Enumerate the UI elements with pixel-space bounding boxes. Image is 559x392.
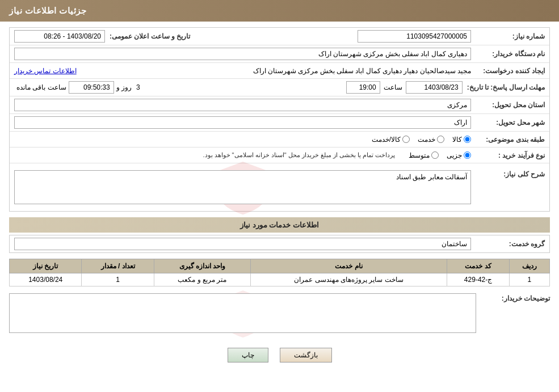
remaining-value: 09:50:33 [83,83,110,91]
col-unit: واحد اندازه گیری [154,259,250,273]
send-time-value: 19:00 [359,83,376,91]
purchase-jozii-item: جزیی [447,151,471,159]
cell-unit: متر مربع و مکعب [154,273,250,286]
need-number-value-box: 1103095427000005 [358,30,471,43]
remaining-label: ساعت باقی مانده [14,83,69,91]
city-value: اراک [454,119,467,127]
need-desc-container: آسفالت معابر طبق اسناد [14,168,471,206]
buyer-desc-row: توضیحات خریدار: [9,291,550,335]
table-header-row: ردیف کد خدمت نام خدمت واحد اندازه گیری ت… [10,259,550,273]
category-khadamat-label: خدمت [418,136,435,144]
category-kala-radio[interactable] [464,136,471,143]
need-desc-label: شرح کلی نیاز: [471,168,545,178]
buyer-desc-container [9,291,476,335]
col-count: تعداد / مقدار [82,259,154,273]
need-desc-value: آسفالت معابر طبق اسناد [15,171,470,183]
cell-count: 1 [82,273,154,286]
purchase-note: پرداخت تمام یا بخشی از مبلغ خریداز محل "… [203,151,395,159]
form-section: شماره نیاز: 1103095427000005 تاریخ و ساع… [9,27,550,212]
cell-code: ج-42-429 [447,273,510,286]
purchase-type-label: نوع فرآیند خرید : [471,151,545,159]
back-button[interactable]: بازگشت [280,348,332,363]
buyer-desc-value-box[interactable] [9,293,476,333]
purchase-type-radio-group: جزیی متوسط پرداخت تمام یا بخشی از مبلغ خ… [14,151,471,159]
send-days-value: 3 [134,83,142,91]
creator-label: ایجاد کننده درخواست: [471,67,545,75]
category-both-radio[interactable] [402,136,410,143]
table-row: 1ج-42-429ساخت سایر پروژه‌های مهندسی عمرا… [10,273,550,286]
need-number-value: 1103095427000005 [406,32,467,40]
purchase-jozii-label: جزیی [447,151,462,159]
col-name: نام خدمت [251,259,447,273]
province-row: استان محل تحویل: مرکزی [10,96,549,114]
city-row: شهر محل تحویل: اراک [10,114,549,132]
city-value-box: اراک [14,116,471,129]
creator-value: مجید سیدصالحیان دهیار دهیاری کمال اباد س… [77,67,471,75]
services-section-header: اطلاعات خدمات مورد نیاز [9,217,550,233]
creator-row: ایجاد کننده درخواست: مجید سیدصالحیان دهی… [10,63,549,79]
page-wrapper: جزئیات اطلاعات نیاز شماره نیاز: 11030954… [0,0,559,392]
buyer-name-value-box: دهیاری کمال اباد سفلی بخش مرکزی شهرستان … [14,48,471,60]
purchase-jozii-radio[interactable] [464,151,471,159]
cell-date: 1403/08/24 [10,273,82,286]
category-label: طبقه بندی موضوعی: [471,136,545,144]
announce-date-value-box: 1403/08/20 - 08:26 [14,30,105,43]
buyer-desc-label: توضیحات خریدار: [476,291,550,302]
button-row: بازگشت چاپ [9,341,550,369]
print-button[interactable]: چاپ [228,348,268,363]
send-date-value: 1403/08/23 [424,83,459,91]
send-time-label: ساعت [380,83,406,91]
purchase-motevasset-label: متوسط [409,151,430,159]
purchase-type-row: نوع فرآیند خرید : جزیی متوسط پرداخت تمام… [10,147,549,163]
contact-link[interactable]: اطلاعات تماس خریدار [14,67,77,75]
send-date-row: مهلت ارسال پاسخ: تا تاریخ: 1403/08/23 سا… [10,79,549,96]
service-group-value: ساختمان [442,240,467,248]
service-group-value-box: ساختمان [14,238,471,250]
services-table: ردیف کد خدمت نام خدمت واحد اندازه گیری ت… [9,259,550,286]
col-code: کد خدمت [447,259,510,273]
need-number-label: شماره نیاز: [471,32,545,40]
col-date: تاریخ نیاز [10,259,82,273]
send-date-label: مهلت ارسال پاسخ: تا تاریخ: [463,83,545,91]
send-date-value-box: 1403/08/23 [406,81,463,94]
need-number-row: شماره نیاز: 1103095427000005 تاریخ و ساع… [10,28,549,45]
province-value: مرکزی [447,101,467,109]
category-khadamat-radio[interactable] [437,136,444,143]
service-group-label: گروه خدمت: [471,240,545,248]
announce-date-label: تاریخ و ساعت اعلان عمومی: [105,32,190,40]
province-value-box: مرکزی [14,99,471,111]
need-desc-row: شرح کلی نیاز: آسفالت معابر طبق اسناد [10,163,549,211]
purchase-motevasset-item: متوسط [409,151,439,159]
purchase-motevasset-radio[interactable] [431,151,439,159]
need-desc-value-box[interactable]: آسفالت معابر طبق اسناد [14,170,471,204]
category-kala-khadamat-item: کالا/خدمت [372,136,410,144]
category-both-label: کالا/خدمت [372,136,401,144]
buyer-name-value: دهیاری کمال اباد سفلی بخش مرکزی شهرستان … [318,50,467,58]
category-row: طبقه بندی موضوعی: کالا خدمت کالا/خدمت [10,132,549,147]
category-radio-group: کالا خدمت کالا/خدمت [14,136,471,144]
category-khadamat-item: خدمت [418,136,444,144]
city-label: شهر محل تحویل: [471,119,545,127]
send-time-value-box: 19:00 [346,81,380,94]
page-title: جزئیات اطلاعات نیاز [9,6,86,15]
buyer-desc-value [10,294,476,298]
buyer-name-label: نام دستگاه خریدار: [471,50,545,58]
cell-name: ساخت سایر پروژه‌های مهندسی عمران [251,273,447,286]
province-label: استان محل تحویل: [471,101,545,109]
col-row: ردیف [509,259,549,273]
page-header: جزئیات اطلاعات نیاز [0,0,559,22]
remaining-value-box: 09:50:33 [69,81,114,94]
announce-date-value: 1403/08/20 - 08:26 [44,32,101,40]
category-kala-item: کالا [452,136,471,144]
send-days-label: روز و [114,83,134,91]
buyer-name-row: نام دستگاه خریدار: دهیاری کمال اباد سفلی… [10,45,549,63]
service-group-row: گروه خدمت: ساختمان [10,235,549,252]
main-content: شماره نیاز: 1103095427000005 تاریخ و ساع… [0,22,559,375]
cell-row: 1 [509,273,549,286]
category-kala-label: کالا [452,136,462,144]
service-group-section: گروه خدمت: ساختمان [9,235,550,253]
